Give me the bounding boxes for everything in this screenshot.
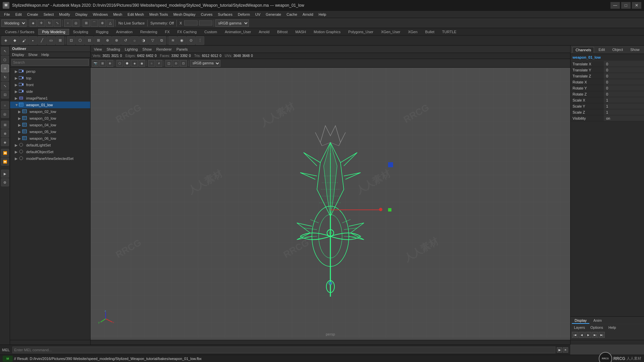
expand-icon[interactable]: ▶: [15, 76, 19, 80]
tree-item[interactable]: ▶weapon_03_low: [10, 115, 90, 122]
menu-item-create[interactable]: Create: [24, 12, 41, 17]
expand-icon[interactable]: ▶: [15, 96, 19, 101]
collapse-icon[interactable]: ▽: [148, 36, 157, 45]
tree-item[interactable]: ▶weapon_05_low: [10, 128, 90, 135]
channel-attr-value[interactable]: 0: [604, 67, 644, 73]
next-frame-btn[interactable]: ▶|: [592, 332, 598, 338]
vp-hide-btn[interactable]: ○: [148, 60, 155, 67]
snap-point-btn[interactable]: ⊕: [99, 19, 106, 27]
vp-wireframe-btn[interactable]: ⬡: [116, 60, 123, 67]
module-tab-3[interactable]: Rigging: [92, 29, 112, 35]
rotate-btn[interactable]: ↻: [1, 73, 9, 81]
tree-item[interactable]: ▶weapon_06_low: [10, 135, 90, 142]
universal-btn[interactable]: ⊡: [1, 90, 9, 99]
expand-icon[interactable]: ▶: [18, 136, 22, 141]
lighting-menu[interactable]: Lighting: [123, 47, 140, 52]
menu-item-uv[interactable]: UV: [253, 12, 263, 17]
menu-item-mesh[interactable]: Mesh: [110, 12, 125, 17]
paint-icon[interactable]: 🖌: [19, 36, 28, 45]
module-tab-17[interactable]: Bullet: [422, 29, 438, 35]
vp-xray-btn[interactable]: ⊙: [173, 60, 179, 67]
channel-attr-value[interactable]: on: [604, 115, 644, 121]
assign-mat-icon[interactable]: ◉: [177, 36, 186, 45]
edit-tab[interactable]: Edit: [595, 47, 608, 53]
lasso-btn[interactable]: ○: [1, 101, 9, 109]
expand-icon[interactable]: ▶: [15, 150, 19, 154]
play-btn[interactable]: ▶: [585, 332, 591, 338]
cmd-run-btn[interactable]: ▶: [557, 347, 562, 353]
menu-item-file[interactable]: File: [1, 12, 13, 17]
tree-item[interactable]: ▶weapon_02_low: [10, 108, 90, 115]
translate-x-input[interactable]: 0.00: [184, 20, 198, 25]
module-tab-11[interactable]: Bifrost: [273, 29, 291, 35]
module-tab-1[interactable]: Poly Modeling: [38, 29, 69, 35]
module-tab-16[interactable]: XGen: [404, 29, 421, 35]
menu-item-arnold[interactable]: Arnold: [300, 12, 316, 17]
target-weld-icon[interactable]: ⊗: [112, 36, 121, 45]
tree-item[interactable]: ▶modelPanelViewSelectedSet: [10, 155, 90, 162]
history-btn[interactable]: ⏪: [1, 149, 9, 157]
lasso-btn[interactable]: ○: [64, 19, 71, 27]
menu-item-cache[interactable]: Cache: [284, 12, 300, 17]
gamma-dropdown[interactable]: sRGB gamma: [215, 19, 249, 27]
expand-icon[interactable]: ▶: [18, 116, 22, 121]
module-tab-6[interactable]: FX: [161, 29, 173, 35]
paint-sel-btn[interactable]: ◎: [1, 110, 9, 118]
tree-item[interactable]: ▶defaultLightSet: [10, 142, 90, 148]
shading-menu[interactable]: Shading: [105, 47, 122, 52]
sel-obj-icon[interactable]: ◈: [1, 36, 10, 45]
menu-item-surfaces[interactable]: Surfaces: [215, 12, 235, 17]
tree-item[interactable]: ▶persp: [10, 68, 90, 75]
merge-icon[interactable]: ⊕: [103, 36, 112, 45]
bridge-icon[interactable]: ⊟: [85, 36, 94, 45]
move-btn[interactable]: ✛: [1, 64, 9, 72]
display-tab[interactable]: Display: [572, 318, 589, 324]
options-menu[interactable]: Options: [588, 325, 605, 330]
module-tab-4[interactable]: Animation: [112, 29, 136, 35]
show-menu[interactable]: Show: [141, 47, 154, 52]
module-tab-5[interactable]: Rendering: [137, 29, 161, 35]
panels-menu[interactable]: Panels: [174, 47, 190, 52]
select-mode-btn[interactable]: ↖: [1, 47, 9, 55]
menu-item-curves[interactable]: Curves: [198, 12, 215, 17]
object-tab[interactable]: Object: [609, 47, 626, 53]
menu-item-edit[interactable]: Edit: [13, 12, 24, 17]
fill-hole-icon[interactable]: ◑: [139, 36, 148, 45]
settings-btn[interactable]: ⚙: [1, 178, 9, 186]
scale-btn[interactable]: ⤡: [1, 82, 9, 90]
snap-curve-btn[interactable]: ⌒: [91, 19, 98, 27]
outliner-scrollbar[interactable]: [10, 340, 90, 345]
expand-icon[interactable]: ▶: [15, 157, 19, 161]
channel-attr-value[interactable]: 1: [604, 103, 644, 109]
module-tab-9[interactable]: Animation_User: [221, 29, 255, 35]
channel-attr-value[interactable]: 0: [604, 91, 644, 97]
snap-view-tb[interactable]: ◈: [1, 138, 9, 146]
channel-attr-value[interactable]: 0: [604, 61, 644, 67]
tree-item[interactable]: ▶side: [10, 88, 90, 95]
transform-x-handle[interactable]: [379, 208, 382, 211]
expand-icon[interactable]: ▶: [18, 130, 22, 134]
module-tab-13[interactable]: Motion Graphics: [310, 29, 344, 35]
tree-item[interactable]: ▶front: [10, 81, 90, 88]
vert-icon[interactable]: •: [29, 36, 37, 45]
channel-attr-value[interactable]: 0: [604, 79, 644, 85]
channel-attr-value[interactable]: 0: [604, 85, 644, 91]
channels-tab[interactable]: Channels: [573, 47, 594, 53]
view-menu[interactable]: View: [92, 47, 104, 52]
modeling-dropdown[interactable]: Modeling: [1, 19, 26, 27]
go-end-btn[interactable]: ▶|: [599, 332, 605, 338]
edge-icon[interactable]: ╱: [38, 36, 46, 45]
rotate-tool-btn[interactable]: ↻: [46, 19, 53, 27]
tree-item[interactable]: ▶weapon_04_low: [10, 122, 90, 128]
module-tab-0[interactable]: Curves / Surfaces: [1, 29, 38, 35]
tree-item[interactable]: ▶top: [10, 75, 90, 81]
module-tab-12[interactable]: MASH: [291, 29, 310, 35]
module-tab-7[interactable]: FX Caching: [174, 29, 200, 35]
translate-y-input[interactable]: 1.00: [199, 20, 212, 25]
module-tab-14[interactable]: Polygons_User: [344, 29, 377, 35]
expand-icon[interactable]: ▶: [15, 143, 19, 147]
snap-surface-btn[interactable]: △: [107, 19, 114, 27]
snap-point-tb[interactable]: ⊕: [1, 129, 9, 137]
prev-frame-btn[interactable]: ◀: [579, 332, 585, 338]
command-input[interactable]: [12, 347, 555, 353]
